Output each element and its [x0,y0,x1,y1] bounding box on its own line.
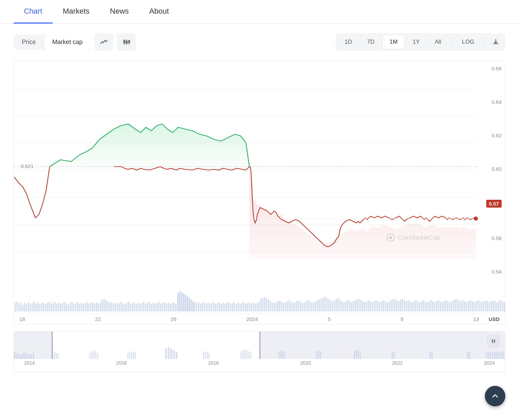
svg-rect-303 [95,351,96,359]
svg-rect-210 [376,300,377,311]
svg-rect-69 [109,303,110,311]
svg-rect-121 [207,303,208,311]
svg-rect-221 [396,300,397,311]
svg-rect-318 [209,353,210,359]
line-chart-btn[interactable] [94,33,113,51]
svg-rect-187 [332,301,333,311]
y-label-064: 0.64 [481,99,502,105]
tab-news[interactable]: News [100,0,139,24]
download-btn[interactable] [488,35,503,49]
svg-rect-147 [256,303,257,311]
time-1m[interactable]: 1M [383,35,405,49]
x-label-9: 9 [401,316,403,322]
svg-rect-77 [124,304,125,311]
svg-rect-235 [423,300,424,311]
svg-rect-180 [319,299,320,311]
svg-rect-109 [185,295,186,312]
svg-rect-291 [25,353,26,359]
svg-rect-196 [349,301,350,311]
svg-rect-245 [441,302,443,311]
svg-rect-31 [38,302,39,311]
svg-rect-309 [135,353,136,359]
svg-rect-341 [469,352,470,359]
svg-rect-124 [213,302,214,311]
svg-rect-55 [83,304,84,311]
svg-rect-202 [360,300,361,311]
price-btn[interactable]: Price [14,34,44,50]
svg-rect-195 [347,300,348,311]
tab-about[interactable]: About [139,0,179,24]
time-7d[interactable]: 7D [360,35,381,49]
svg-rect-93 [154,304,155,311]
svg-rect-249 [449,302,450,311]
svg-rect-144 [251,304,252,311]
svg-rect-219 [392,299,393,311]
svg-rect-25 [26,304,27,311]
svg-rect-88 [145,304,146,311]
mini-x-2020: 2020 [300,360,311,366]
svg-rect-116 [198,302,199,311]
svg-rect-222 [398,301,399,311]
svg-rect-229 [411,302,412,311]
svg-rect-306 [129,352,130,359]
svg-rect-211 [377,301,378,311]
svg-rect-136 [236,304,237,311]
svg-rect-68 [107,301,108,311]
svg-rect-24 [24,303,25,311]
svg-rect-329 [316,351,317,359]
svg-rect-83 [136,304,137,311]
tab-chart[interactable]: Chart [14,0,53,24]
svg-rect-92 [153,303,154,311]
svg-rect-327 [282,351,283,359]
candlestick-btn[interactable] [117,33,136,51]
time-all[interactable]: All [428,35,448,49]
svg-rect-275 [498,301,499,311]
mini-x-2016: 2016 [116,360,127,366]
market-cap-btn[interactable]: Market cap [44,34,91,50]
svg-rect-199 [355,300,356,311]
svg-rect-223 [400,299,401,311]
watermark: M CoinMarketCap [387,234,440,242]
svg-rect-272 [492,300,493,311]
svg-rect-189 [336,299,337,311]
mini-chart-inner [14,332,505,359]
svg-rect-126 [217,303,218,311]
svg-rect-160 [281,302,282,311]
y-label-056: 0.56 [481,235,502,241]
toolbar-divider [451,37,452,47]
svg-rect-105 [177,293,179,311]
svg-rect-237 [426,302,427,311]
svg-rect-166 [292,303,293,311]
time-1y[interactable]: 1Y [406,35,426,49]
svg-rect-178 [315,301,316,311]
svg-rect-328 [284,352,285,359]
svg-rect-308 [133,352,134,359]
svg-rect-65 [102,299,103,311]
y-axis: 0.66 0.64 0.62 0.60 0.57 0.56 0.54 [478,61,505,279]
svg-rect-135 [234,302,235,311]
tab-markets[interactable]: Markets [53,0,100,24]
svg-rect-233 [419,302,420,311]
svg-rect-45 [64,302,65,311]
svg-rect-253 [457,299,458,311]
x-label-18: 18 [19,316,25,322]
reference-label: 0.621 [21,163,34,169]
svg-rect-155 [271,302,272,311]
time-1d[interactable]: 1D [338,35,359,49]
svg-rect-236 [424,301,425,311]
svg-rect-198 [353,301,354,311]
svg-rect-95 [158,302,159,311]
svg-rect-274 [496,302,497,311]
chart-area: 0.621 M CoinMarketCap 0.66 0.64 0.62 0.6… [14,61,505,279]
svg-rect-74 [118,303,120,311]
svg-rect-323 [248,351,249,359]
svg-rect-29 [34,302,35,311]
log-btn[interactable]: LOG [455,35,481,49]
svg-rect-111 [188,298,190,311]
svg-rect-336 [392,351,393,359]
svg-rect-278 [504,302,505,311]
svg-rect-224 [402,299,403,311]
svg-rect-330 [318,350,319,359]
svg-rect-246 [444,301,445,311]
main-chart-container: 0.621 M CoinMarketCap 0.66 0.64 0.62 0.6… [14,60,505,324]
